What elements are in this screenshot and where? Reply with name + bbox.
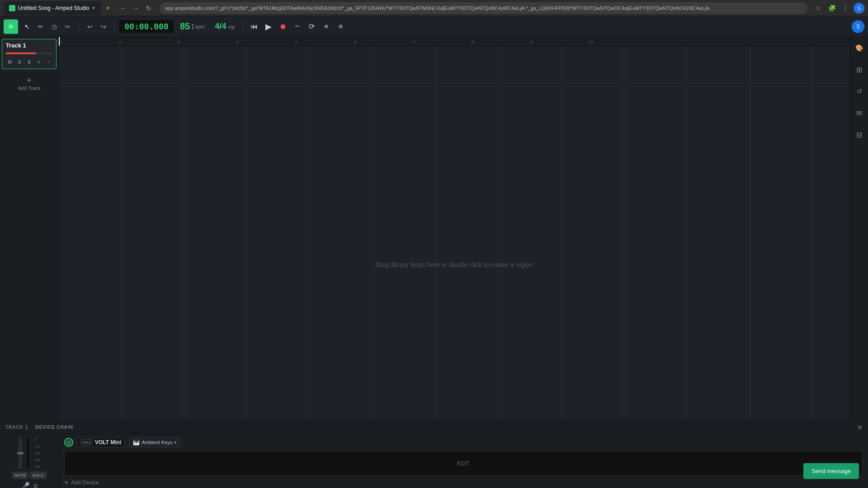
device-name-box[interactable]: MIDI VOLT Mini: [77, 437, 125, 447]
menu-icon: ≡: [9, 23, 13, 31]
midi-capture-button[interactable]: ⊕: [320, 20, 333, 33]
close-bottom-panel-button[interactable]: ✕: [857, 424, 863, 431]
sidebar-chat-button[interactable]: ✉: [852, 106, 867, 120]
browser-action-buttons: ☆ 🧩 ⋮ S: [813, 3, 864, 14]
channel-solo-button[interactable]: SOLO: [30, 472, 46, 479]
bpm-down-button[interactable]: ▼: [191, 27, 194, 30]
tab-close-btn[interactable]: ✕: [92, 5, 95, 10]
preset-dropdown-arrow: ▾: [174, 440, 177, 446]
extensions-button[interactable]: 🧩: [826, 3, 837, 14]
add-device-button[interactable]: + Add Device: [64, 479, 863, 487]
transport-controls: ⏮ ▶ ⏺ 〜 ⟳ ⊕ ⊞: [248, 20, 347, 33]
ruler-marks: 12345678910: [59, 37, 850, 46]
track-content-area[interactable]: Drop library loops here or double click …: [59, 46, 850, 483]
refresh-button[interactable]: ↻: [143, 3, 154, 14]
device-edit-area[interactable]: EDIT: [64, 451, 863, 476]
time-display: 00:00.000: [119, 20, 174, 33]
settings-button[interactable]: ⋮: [840, 3, 851, 14]
track-1-mute-button[interactable]: M: [6, 58, 14, 66]
user-avatar[interactable]: S: [854, 3, 864, 14]
channel-mic-button[interactable]: 🎤: [21, 482, 30, 488]
device-preset-name: Ambient Keys: [142, 440, 172, 445]
automation-button[interactable]: 〜: [291, 20, 304, 33]
cursor-tool-button[interactable]: ↖: [21, 20, 33, 33]
track-1-solo-button[interactable]: S: [15, 58, 23, 66]
app-toolbar: ≡ ↖ ✏ ◷ ✂ ↩ ↪ 00:00.000 85 ▲ ▼ bpm 4/4 s…: [0, 16, 868, 37]
device-preset-selector[interactable]: 🎹 Ambient Keys ▾: [129, 437, 181, 447]
channel-fader[interactable]: [19, 437, 22, 469]
undo-redo-group: ↩ ↪: [84, 20, 110, 33]
record-button[interactable]: ⏺: [277, 20, 289, 33]
device-edit-label: EDIT: [457, 460, 469, 467]
track-1-arm-button[interactable]: $: [25, 58, 33, 66]
device-chain-area: ⏻ MIDI VOLT Mini 🎹 Ambient Keys ▾ EDIT: [59, 434, 868, 488]
bpm-arrows[interactable]: ▲ ▼: [191, 23, 194, 30]
bottom-panel-content: 0 -12 -24 -36 -48 MUTE SOLO 🎤 ≡ ⏻: [0, 434, 868, 488]
forward-button[interactable]: →: [131, 3, 142, 14]
level-meter: [26, 437, 30, 469]
add-track-button[interactable]: + Add Track: [0, 71, 58, 96]
sidebar-grid-button[interactable]: ⊞: [852, 62, 867, 77]
send-message-button[interactable]: Send message: [803, 463, 859, 479]
ruler-number: 3: [178, 40, 180, 44]
sidebar-modules-button[interactable]: ⊟: [852, 127, 867, 142]
user-avatar-app[interactable]: S: [852, 20, 864, 33]
ruler-line: [589, 37, 589, 46]
sidebar-history-button[interactable]: ↺: [852, 84, 867, 99]
channel-strip: 0 -12 -24 -36 -48 MUTE SOLO 🎤 ≡: [0, 434, 59, 488]
scissors-tool-button[interactable]: ✂: [61, 20, 74, 33]
ruler-number: 10: [590, 40, 594, 44]
sidebar-palette-button[interactable]: 🎨: [852, 41, 867, 55]
back-button[interactable]: ←: [118, 3, 129, 14]
ruler-line: [177, 37, 178, 46]
ruler-line: [295, 37, 295, 46]
time-sig-label: sig: [228, 24, 235, 29]
ruler-number: 9: [531, 40, 533, 44]
add-device-label: Add Device: [71, 479, 99, 486]
new-tab-button[interactable]: +: [103, 4, 112, 12]
skip-back-button[interactable]: ⏮: [248, 20, 260, 33]
device-row: ⏻ MIDI VOLT Mini 🎹 Ambient Keys ▾: [64, 437, 863, 447]
device-name: VOLT Mini: [95, 439, 121, 446]
track-1-volume-slider[interactable]: [6, 52, 52, 54]
bpm-value: 85: [180, 21, 190, 32]
track-1-wave-button[interactable]: ~: [45, 58, 52, 66]
bpm-label: bpm: [195, 24, 205, 29]
bpm-control[interactable]: 85 ▲ ▼ bpm: [176, 21, 209, 32]
time-sig-control[interactable]: 4/4 sig: [212, 22, 238, 31]
playhead[interactable]: [59, 37, 60, 46]
browser-nav-controls: ← → ↻: [118, 3, 154, 14]
device-midi-badge: MIDI: [81, 439, 92, 446]
address-bar[interactable]: app.ampedstudio.com/?_gl=1*zkt20c*_ga*MT…: [160, 2, 807, 14]
redo-button[interactable]: ↪: [97, 20, 110, 33]
active-tab[interactable]: Untitled Song - Amped Studio ✕: [4, 1, 101, 15]
toolbar-separator-2: [114, 21, 115, 32]
ruler-number: 6: [354, 40, 357, 44]
ruler-number: 1: [61, 40, 63, 44]
track-1-name: Track 1: [6, 42, 52, 49]
play-button[interactable]: ▶: [262, 20, 275, 33]
loop-button[interactable]: ⟳: [306, 20, 318, 33]
channel-eq-button[interactable]: ≡: [33, 482, 38, 488]
grid-settings-button[interactable]: ⊞: [335, 20, 347, 33]
track-1-lane[interactable]: [59, 46, 850, 84]
device-power-button[interactable]: ⏻: [64, 438, 73, 447]
track-1-header: Track 1 M S $ ≡ ~: [2, 39, 57, 69]
mute-solo-buttons: MUTE SOLO: [12, 472, 46, 479]
meter-fader-area: 0 -12 -24 -36 -48: [19, 437, 40, 469]
channel-icon-buttons: 🎤 ≡: [21, 482, 38, 488]
clock-tool-button[interactable]: ◷: [48, 20, 61, 33]
ruler-line: [354, 37, 354, 46]
menu-button[interactable]: ≡: [4, 19, 18, 34]
bookmark-button[interactable]: ☆: [813, 3, 824, 14]
undo-button[interactable]: ↩: [84, 20, 96, 33]
ruler-number: 2: [119, 40, 122, 44]
track-1-eq-button[interactable]: ≡: [35, 58, 42, 66]
pencil-tool-button[interactable]: ✏: [34, 20, 47, 33]
editing-tools: ↖ ✏ ◷ ✂: [21, 20, 74, 33]
fader-handle: [17, 452, 24, 455]
timeline-ruler: 12345678910: [59, 37, 850, 46]
bottom-panel: TRACK 1 DEVICE CHAIN ✕ 0 -12 -24 -36: [0, 421, 868, 488]
channel-mute-button[interactable]: MUTE: [12, 472, 28, 479]
level-labels: 0 -12 -24 -36 -48: [34, 437, 40, 469]
